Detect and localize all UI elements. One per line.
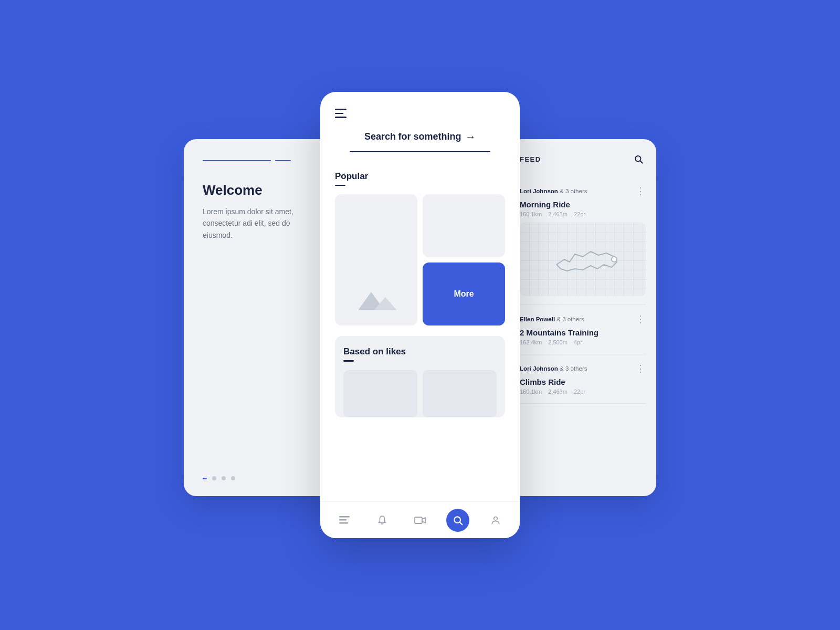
svg-rect-5 <box>339 516 350 518</box>
based-underline <box>343 360 354 362</box>
feed-search-button[interactable] <box>631 152 646 166</box>
record-icon <box>414 514 426 526</box>
dot-active[interactable] <box>203 478 207 479</box>
search-placeholder-text: for something <box>398 131 461 142</box>
feed-user-2: Ellen Powell & 3 others <box>520 316 584 322</box>
feed-item-2: Ellen Powell & 3 others ⋮ 2 Mountains Tr… <box>520 305 646 354</box>
mountain-icon <box>353 287 400 315</box>
dot-3[interactable] <box>231 476 235 480</box>
nav-notifications[interactable] <box>371 509 394 532</box>
more-button-label: More <box>454 289 474 299</box>
search-submit-icon[interactable]: → <box>465 131 476 143</box>
svg-point-12 <box>494 517 498 520</box>
hamburger-line-3 <box>335 117 346 118</box>
popular-title: Popular <box>335 171 505 182</box>
search-label: Search for something <box>364 131 461 142</box>
svg-rect-8 <box>415 517 422 523</box>
feed-distance-3: 160.1km <box>520 388 542 395</box>
svg-marker-9 <box>422 518 425 523</box>
search-area[interactable]: Search for something → <box>350 127 490 152</box>
popular-underline <box>335 185 345 186</box>
based-on-likes-section: Based on likes <box>335 336 505 417</box>
bottom-nav <box>320 501 520 538</box>
feed-map-1 <box>520 223 646 296</box>
feed-pace-3: 22pr <box>574 388 585 395</box>
welcome-text: Lorem ipsum dolor sit amet, consectetur … <box>203 206 318 241</box>
feed-user-1-name: Lori Johnson <box>520 188 558 194</box>
hamburger-line-1 <box>335 109 346 110</box>
feed-item-1: Lori Johnson & 3 others ⋮ Morning Ride 1… <box>520 177 646 305</box>
search-bold-text: Search <box>364 131 396 142</box>
nav-profile[interactable] <box>484 509 507 532</box>
svg-line-11 <box>460 522 463 524</box>
profile-icon <box>490 515 501 526</box>
dot-2[interactable] <box>222 476 226 480</box>
feed-item-2-more[interactable]: ⋮ <box>636 313 646 325</box>
based-item-1[interactable] <box>343 370 417 417</box>
feed-stats-2: 162.4km 2,500m 4pr <box>520 339 646 345</box>
feed-stats-1: 160.1km 2,463m 22pr <box>520 211 646 217</box>
feed-user-3: Lori Johnson & 3 others <box>520 365 587 372</box>
popular-section: Popular <box>335 171 505 326</box>
hamburger-line-2 <box>335 113 343 114</box>
feed-panel: FEED Lori Johnson & 3 others ⋮ Morning R… <box>509 139 656 496</box>
feed-distance-2: 162.4km <box>520 339 542 345</box>
feed-elevation-2: 2,500m <box>548 339 568 345</box>
center-top <box>320 92 520 127</box>
header-line-long <box>203 160 271 161</box>
feed-nav-icon <box>339 516 350 524</box>
more-button[interactable]: More <box>423 262 505 326</box>
feed-distance-1: 160.1km <box>520 211 542 217</box>
feed-item-1-more[interactable]: ⋮ <box>636 185 646 197</box>
popular-grid: More <box>335 194 505 326</box>
based-title: Based on likes <box>343 346 497 357</box>
feed-elevation-3: 2,463m <box>548 388 568 395</box>
popular-item-top-right[interactable] <box>423 194 505 257</box>
feed-item-3: Lori Johnson & 3 others ⋮ Climbs Ride 16… <box>520 354 646 404</box>
feed-user-3-others: & 3 others <box>560 365 587 372</box>
route-svg-1 <box>541 233 625 286</box>
bell-icon <box>377 515 387 526</box>
center-content: Popular <box>320 161 520 502</box>
feed-activity-1-title: Morning Ride <box>520 200 646 209</box>
pagination-dots <box>203 476 235 480</box>
svg-rect-7 <box>339 522 348 524</box>
feed-item-3-header: Lori Johnson & 3 others ⋮ <box>520 363 646 374</box>
hamburger-menu[interactable] <box>335 109 505 118</box>
nav-feed[interactable] <box>333 509 356 532</box>
feed-pace-1: 22pr <box>574 211 585 217</box>
popular-item-tall[interactable] <box>335 194 417 326</box>
feed-user-2-name: Ellen Powell <box>520 316 555 322</box>
search-row: Search for something → <box>364 131 476 143</box>
feed-user-1-others: & 3 others <box>560 188 587 194</box>
header-line-short <box>275 160 291 161</box>
feed-header: FEED <box>520 152 646 166</box>
based-item-2[interactable] <box>423 370 497 417</box>
feed-title: FEED <box>520 155 541 163</box>
feed-user-2-others: & 3 others <box>556 316 584 322</box>
svg-point-2 <box>612 257 617 262</box>
feed-pace-2: 4pr <box>574 339 582 345</box>
svg-line-1 <box>640 161 642 163</box>
dot-1[interactable] <box>212 476 216 480</box>
feed-activity-3-title: Climbs Ride <box>520 377 646 386</box>
feed-elevation-1: 2,463m <box>548 211 568 217</box>
feed-activity-2-title: 2 Mountains Training <box>520 328 646 337</box>
feed-item-3-more[interactable]: ⋮ <box>636 363 646 374</box>
based-grid <box>343 370 497 417</box>
nav-search[interactable] <box>446 509 469 532</box>
feed-user-1: Lori Johnson & 3 others <box>520 188 587 194</box>
nav-record[interactable] <box>408 509 432 532</box>
search-nav-icon <box>453 515 463 526</box>
feed-item-1-header: Lori Johnson & 3 others ⋮ <box>520 185 646 197</box>
feed-user-3-name: Lori Johnson <box>520 365 558 372</box>
feed-item-2-header: Ellen Powell & 3 others ⋮ <box>520 313 646 325</box>
svg-rect-6 <box>339 519 346 521</box>
main-panel: Search for something → Popular <box>320 92 520 538</box>
feed-stats-3: 160.1km 2,463m 22pr <box>520 388 646 395</box>
